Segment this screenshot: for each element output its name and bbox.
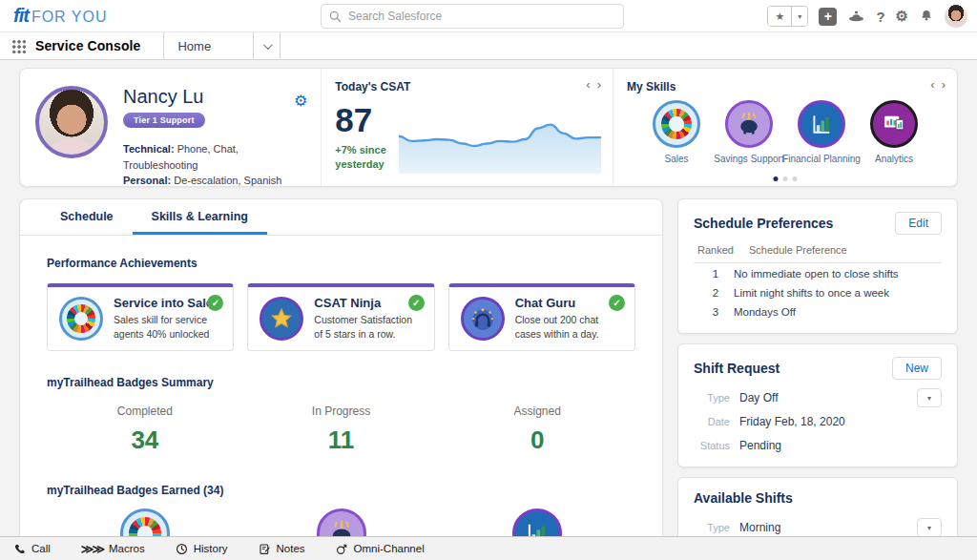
skill-label: Analytics	[875, 154, 913, 164]
search-input[interactable]	[348, 10, 615, 23]
field-value: Pending	[739, 439, 781, 452]
app-name[interactable]: Service Console	[35, 38, 140, 53]
achievement-card-csat-ninja[interactable]: CSAT Ninja Customer Satisfaction of 5 st…	[247, 283, 434, 351]
bar-chart-badge-icon	[798, 100, 845, 148]
favorites-dropdown-icon[interactable]: ▾	[791, 7, 807, 26]
tab-schedule[interactable]: Schedule	[41, 199, 133, 235]
utility-label: Notes	[277, 543, 305, 554]
skill-label: Savings Support	[714, 154, 783, 164]
field-label: Type	[694, 392, 730, 404]
skill-item-savings-support[interactable]: Savings Support	[713, 100, 785, 164]
profile-settings-gear-icon[interactable]: ⚙	[294, 92, 307, 110]
type-dropdown-button[interactable]: ▾	[917, 518, 942, 536]
earned-wheel-badge-icon[interactable]	[120, 508, 170, 536]
search-icon	[329, 10, 342, 23]
chevron-down-icon	[263, 40, 273, 50]
personal-value: De-escalation, Spanish	[171, 175, 281, 186]
agent-overview-band: Nancy Lu Tier 1 Support Technical: Phone…	[19, 68, 958, 187]
skills-carousel-dots[interactable]	[774, 176, 798, 181]
star-badge-icon	[260, 297, 303, 341]
help-question-icon[interactable]: ?	[876, 9, 884, 25]
achievement-desc: Customer Satisfaction of 5 stars in a ro…	[314, 313, 422, 342]
field-label: Status	[694, 440, 730, 451]
preference-text: No immediate open to close shifts	[734, 268, 899, 280]
achievement-card-chat-guru[interactable]: Chat Guru Close out 200 chat cases withi…	[448, 283, 635, 351]
csat-sparkline-chart	[399, 101, 601, 174]
type-dropdown-button[interactable]: ▾	[917, 388, 942, 407]
field-status: Status Pending	[694, 437, 942, 454]
omni-channel-icon	[336, 543, 348, 555]
carousel-dot[interactable]	[783, 176, 788, 181]
carousel-dot-active[interactable]	[774, 176, 779, 181]
shift-request-title: Shift Request	[694, 361, 780, 376]
utility-notes[interactable]: Notes	[259, 543, 305, 555]
favorites-button-group[interactable]: ★ ▾	[767, 6, 808, 27]
available-shifts-card: Available Shifts Type Morning ▾ Date Mon…	[677, 477, 958, 536]
setup-gear-icon[interactable]: ⚙	[896, 8, 908, 25]
tab-dropdown-button[interactable]	[254, 32, 281, 59]
badges-earned-heading: myTrailhead Badges Earned (34)	[47, 484, 635, 497]
global-search[interactable]	[321, 4, 624, 29]
preference-rank: 3	[694, 306, 734, 318]
logo-fit-text: fit	[13, 5, 29, 27]
schedule-preferences-card: Schedule Preferences Edit Ranked Schedul…	[677, 198, 958, 334]
skill-badge-row: Sales Savings Support Financial Planning	[627, 100, 944, 164]
summary-value: 11	[243, 425, 440, 455]
clock-icon	[176, 543, 188, 555]
preferences-table: Ranked Schedule Preference 1 No immediat…	[694, 244, 942, 321]
field-label: Date	[694, 416, 730, 427]
field-date: Date Friday Feb, 18, 2020	[694, 413, 942, 430]
skill-label: Sales	[664, 154, 688, 164]
field-value: Morning	[739, 521, 780, 534]
preference-row: 2 Limit night shifts to once a week	[694, 282, 942, 301]
macros-icon: ≫≫	[81, 543, 103, 555]
utility-omni-channel[interactable]: Omni-Channel	[336, 543, 425, 555]
favorite-star-icon[interactable]: ★	[768, 7, 791, 26]
skill-item-analytics[interactable]: Analytics	[858, 100, 930, 164]
carousel-left-icon[interactable]: ‹	[930, 78, 934, 91]
achievement-desc: Close out 200 chat cases within a day.	[515, 313, 623, 342]
col-ranked: Ranked	[694, 244, 749, 256]
profile-section: Nancy Lu Tier 1 Support Technical: Phone…	[20, 69, 321, 186]
tier-badge: Tier 1 Support	[123, 113, 205, 128]
skills-learning-card: Schedule Skills & Learning Performance A…	[19, 198, 663, 536]
tab-home[interactable]: Home	[163, 32, 254, 59]
summary-in-progress: In Progress 11	[243, 404, 440, 455]
utility-label: Macros	[109, 543, 145, 554]
utility-call[interactable]: Call	[13, 543, 51, 555]
col-schedule-preference: Schedule Preference	[749, 244, 847, 256]
tab-skills-learning[interactable]: Skills & Learning	[133, 199, 267, 235]
preference-text: Limit night shifts to once a week	[734, 287, 889, 299]
app-launcher-waffle-icon[interactable]	[11, 39, 26, 53]
carousel-left-icon[interactable]: ‹	[586, 78, 590, 91]
summary-value: 34	[47, 425, 243, 455]
carousel-right-icon[interactable]: ›	[597, 78, 601, 91]
summary-label: Completed	[47, 404, 243, 418]
summary-label: Assigned	[439, 404, 635, 418]
earned-piggy-badge-icon[interactable]	[317, 508, 366, 536]
achievement-title: Service into Sales	[114, 296, 221, 310]
achievement-card-service-into-sales[interactable]: Service into Sales Sales skill for servi…	[47, 283, 234, 351]
new-button[interactable]: New	[892, 357, 942, 380]
my-skills-title: My Skills	[627, 80, 944, 93]
summary-value: 0	[439, 425, 635, 455]
global-actions-plus-icon[interactable]: +	[819, 8, 837, 26]
carousel-right-icon[interactable]: ›	[942, 78, 946, 91]
carousel-dot[interactable]	[793, 176, 798, 181]
headset-badge-icon	[461, 297, 505, 341]
summary-completed: Completed 34	[47, 404, 243, 455]
notifications-bell-icon[interactable]	[919, 9, 934, 24]
skill-item-sales[interactable]: Sales	[640, 100, 713, 164]
field-type: Type Day Off ▾	[694, 389, 942, 406]
content-tabbar: Schedule Skills & Learning	[20, 199, 662, 236]
csat-carousel-arrows: ‹ ›	[586, 78, 601, 91]
trailhead-hat-icon[interactable]	[847, 9, 865, 24]
edit-button[interactable]: Edit	[895, 212, 942, 235]
achievement-title: Chat Guru	[515, 296, 623, 310]
field-value: Friday Feb, 18, 2020	[739, 415, 845, 428]
earned-barchart-badge-icon[interactable]	[512, 508, 562, 536]
user-avatar[interactable]	[945, 5, 967, 28]
utility-history[interactable]: History	[176, 543, 228, 555]
utility-macros[interactable]: ≫≫ Macros	[81, 543, 145, 555]
skill-item-financial-planning[interactable]: Financial Planning	[785, 100, 858, 164]
